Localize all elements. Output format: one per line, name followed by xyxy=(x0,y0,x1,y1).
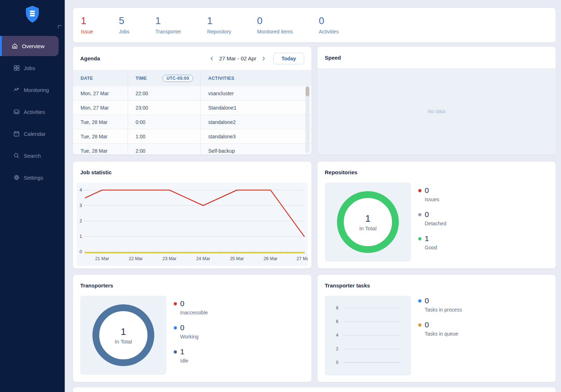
transporters-donut-panel: 1 In Total xyxy=(80,296,167,375)
home-icon xyxy=(11,42,18,50)
shield-logo-icon xyxy=(24,5,41,24)
agenda-scrollbar-thumb[interactable] xyxy=(306,87,309,96)
agenda-row[interactable]: Tue, 28 Mar0:00standalone2 xyxy=(73,115,311,129)
svg-text:4: 4 xyxy=(336,333,338,338)
no-data-text: No data xyxy=(428,109,445,114)
job-statistic-card: Job statistic 0123421 Mar22 Mar23 Mar24 … xyxy=(73,162,311,268)
transporters-card: Transporters 1 In Total 0 Inaccessible xyxy=(73,275,311,382)
legend-item-tasks-in-process: 0 Tasks in process xyxy=(418,296,462,313)
legend-item-good: 1 Good xyxy=(418,234,446,250)
sidebar: Overview Jobs Monitoring Activities Cale… xyxy=(0,0,65,392)
stat-label: Transporter xyxy=(155,29,181,34)
svg-text:27 Mar: 27 Mar xyxy=(297,256,308,261)
agenda-scrollbar xyxy=(305,86,310,153)
agenda-cell: Tue, 28 Mar xyxy=(73,144,128,155)
agenda-today-button[interactable]: Today xyxy=(273,53,304,64)
legend-item-issues: 0 Issues xyxy=(418,186,446,202)
sidebar-item-label: Monitoring xyxy=(24,87,49,93)
agenda-prev-week-button[interactable] xyxy=(208,55,216,63)
monitoring-pulse-icon xyxy=(13,86,20,93)
agenda-table-header: DATE TIME UTC-05:00 ACTIVITIES xyxy=(73,70,311,86)
agenda-column-time: TIME UTC-05:00 xyxy=(128,70,200,86)
agenda-cell: standalone3 xyxy=(200,129,311,143)
agenda-cell: 2:00 xyxy=(128,144,200,155)
stat-activities[interactable]: 0 Activities xyxy=(319,16,338,35)
idle-dot-icon xyxy=(174,350,177,354)
sidebar-item-label: Settings xyxy=(24,175,43,181)
chevron-right-icon xyxy=(261,56,266,61)
svg-text:26 Mar: 26 Mar xyxy=(264,256,278,261)
stat-label: Activities xyxy=(319,29,338,34)
sidebar-item-label: Activities xyxy=(24,109,45,115)
sidebar-item-search[interactable]: Search xyxy=(0,146,65,166)
summary-stats-bar: 1 Issue 5 Jobs 1 Transporter 1 Repositor… xyxy=(73,8,556,42)
sidebar-item-calendar[interactable]: Calendar xyxy=(0,124,65,144)
job-statistic-chart-panel: 0123421 Mar22 Mar23 Mar24 Mar25 Mar26 Ma… xyxy=(77,183,308,266)
sidebar-item-overview[interactable]: Overview xyxy=(0,36,59,56)
sidebar-item-jobs[interactable]: Jobs xyxy=(0,58,65,78)
svg-text:23 Mar: 23 Mar xyxy=(163,256,177,261)
sidebar-collapse-icon[interactable] xyxy=(58,25,61,28)
svg-text:0: 0 xyxy=(79,249,82,254)
speed-title: Speed xyxy=(325,55,341,61)
repositories-donut-chart: 1 In Total xyxy=(337,191,399,253)
agenda-cell: Standalone1 xyxy=(200,101,311,115)
agenda-row[interactable]: Tue, 28 Mar2:00Self-backup xyxy=(73,144,311,155)
agenda-cell: Mon, 27 Mar xyxy=(73,86,128,100)
transporters-total: 1 xyxy=(121,326,126,337)
repositories-card: Repositories 1 In Total 0 Issues xyxy=(318,162,556,268)
svg-text:3: 3 xyxy=(79,203,82,208)
calendar-icon xyxy=(13,130,20,137)
agenda-row[interactable]: Mon, 27 Mar22:00vsancluster xyxy=(73,86,311,101)
sidebar-nav: Overview Jobs Monitoring Activities Cale… xyxy=(0,36,65,189)
agenda-title: Agenda xyxy=(80,55,100,61)
svg-text:8: 8 xyxy=(336,305,338,310)
agenda-cell: 23:00 xyxy=(128,101,200,115)
sidebar-item-label: Search xyxy=(24,153,41,159)
app-logo xyxy=(0,5,65,24)
stat-issues[interactable]: 1 Issue xyxy=(81,16,93,35)
agenda-date-range: 27 Mar - 02 Apr xyxy=(219,55,256,61)
agenda-next-week-button[interactable] xyxy=(260,55,268,63)
agenda-cell: 1:00 xyxy=(128,129,200,143)
stat-value: 5 xyxy=(119,16,129,27)
agenda-row[interactable]: Tue, 28 Mar1:00standalone3 xyxy=(73,129,311,144)
inaccessible-dot-icon xyxy=(174,302,177,305)
agenda-row[interactable]: Mon, 27 Mar23:00Standalone1 xyxy=(73,101,311,115)
agenda-cell: Self-backup xyxy=(200,144,311,155)
agenda-cell: 0:00 xyxy=(128,115,200,129)
stat-label: Repository xyxy=(207,29,231,34)
svg-text:2: 2 xyxy=(79,218,82,223)
stat-value: 0 xyxy=(319,16,338,27)
agenda-cell: Tue, 28 Mar xyxy=(73,115,128,129)
timezone-badge[interactable]: UTC-05:00 xyxy=(163,75,193,82)
agenda-cell: vsancluster xyxy=(200,86,311,100)
detached-dot-icon xyxy=(418,213,421,216)
sidebar-item-settings[interactable]: Settings xyxy=(0,167,65,188)
stat-monitored-items[interactable]: 0 Monitored items xyxy=(257,16,293,35)
stat-jobs[interactable]: 5 Jobs xyxy=(119,16,129,35)
sidebar-item-activities[interactable]: Activities xyxy=(0,102,65,122)
stat-label: Issue xyxy=(81,29,93,34)
stat-label: Monitored items xyxy=(257,29,293,34)
agenda-cell: Tue, 28 Mar xyxy=(73,129,128,143)
activities-inbox-icon xyxy=(13,108,20,115)
job-statistic-title: Job statistic xyxy=(80,169,112,175)
svg-text:25 Mar: 25 Mar xyxy=(230,256,244,261)
stat-transporter[interactable]: 1 Transporter xyxy=(155,16,181,35)
agenda-card: Agenda 27 Mar - 02 Apr Today DATE TIME U… xyxy=(73,47,311,155)
repositories-legend: 0 Issues 0 Detached 1 Good xyxy=(418,183,446,262)
stat-value: 0 xyxy=(257,16,293,27)
good-dot-icon xyxy=(418,237,421,240)
transporter-tasks-chart: 86420 xyxy=(325,296,411,375)
stat-repository[interactable]: 1 Repository xyxy=(207,16,231,35)
repositories-donut-panel: 1 In Total xyxy=(325,183,411,262)
svg-text:0: 0 xyxy=(336,360,338,365)
transporter-tasks-card: Transporter tasks 86420 0 Tasks in proce… xyxy=(318,275,556,382)
chevron-left-icon xyxy=(209,56,215,61)
sidebar-item-monitoring[interactable]: Monitoring xyxy=(0,80,65,100)
svg-text:2: 2 xyxy=(336,346,338,351)
svg-text:6: 6 xyxy=(336,319,338,324)
svg-text:1: 1 xyxy=(79,234,82,239)
search-icon xyxy=(13,152,20,159)
